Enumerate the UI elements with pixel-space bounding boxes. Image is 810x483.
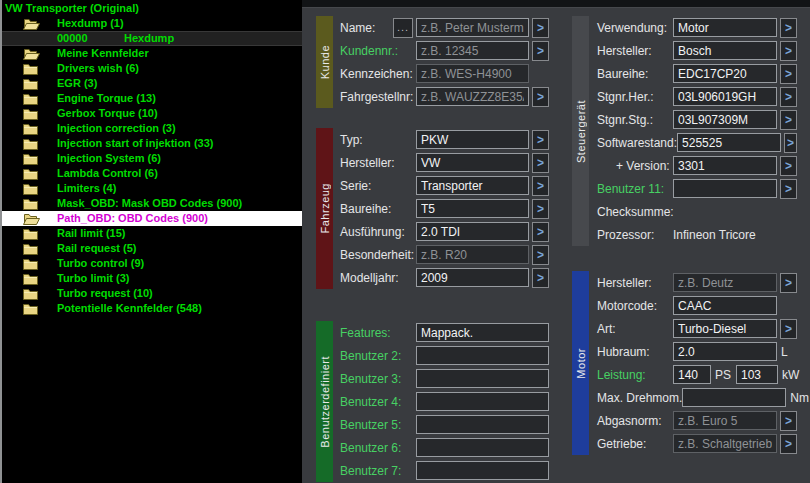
tree-item-injection-system[interactable]: Injection System (6) [2,151,302,166]
folder-closed-icon [23,258,57,270]
steuergeraet-stgnr-her-arrow-button[interactable]: > [780,87,797,107]
tree-item-injection-correction[interactable]: Injection correction (3) [2,121,302,136]
fahrzeug-baureihe-arrow-button[interactable]: > [532,199,549,219]
tree-item-turbo-request[interactable]: Turbo request (10) [2,286,302,301]
tree-item-limiters[interactable]: Limiters (4) [2,181,302,196]
motor-getriebe-input[interactable] [673,434,777,453]
section-motor-rows: Hersteller:>Motorcode:Art:>Hubraum:LLeis… [597,271,797,455]
fahrzeug-typ-input[interactable] [416,130,529,149]
fahrzeug-besonderheit-input[interactable] [416,245,529,264]
tree-item-rail-limit[interactable]: Rail limit (15) [2,226,302,241]
motor-drehmoment-input[interactable] [682,388,786,407]
motor-hersteller-arrow-button[interactable]: > [780,273,797,293]
benutzerdefiniert-benutzer2-input[interactable] [416,346,549,365]
tree-item-lambda-control[interactable]: Lambda Control (6) [2,166,302,181]
steuergeraet-baureihe-input[interactable] [673,64,777,83]
tree-item-mask-obd[interactable]: Mask_OBD: Mask OBD Codes (900) [2,196,302,211]
kunde-kennzeichen-input[interactable] [416,64,529,83]
steuergeraet-benutzer11-arrow-button[interactable]: > [780,179,797,199]
motor-getriebe-arrow-button[interactable]: > [780,434,797,454]
tree-item-meine-kennfelder[interactable]: Meine Kennfelder [2,46,302,61]
steuergeraet-softwarestand-arrow-button[interactable]: > [784,133,797,153]
kunde-fahrgestellnr-input[interactable] [416,87,529,106]
motor-leistung-input[interactable] [673,365,711,384]
fahrzeug-besonderheit-arrow-button[interactable]: > [532,245,549,265]
tree-item-potentielle-kennfelder[interactable]: Potentielle Kennfelder (548) [2,301,302,316]
steuergeraet-softwarestand-input[interactable] [677,133,781,152]
fahrzeug-hersteller-input[interactable] [416,153,529,172]
steuergeraet-stgnr-stg-arrow-button[interactable]: > [780,110,797,130]
section-steuergeraet: Steuergerät Verwendung:>Hersteller:>Baur… [572,16,797,246]
fahrzeug-modelljahr-input[interactable] [416,268,529,287]
fahrzeug-baureihe-input[interactable] [416,199,529,218]
tree-item-hexdump-entry[interactable]: 00000Hexdump [2,31,302,46]
benutzerdefiniert-benutzer7-input[interactable] [416,461,549,480]
benutzerdefiniert-benutzer4-label: Benutzer 4: [340,395,416,409]
steuergeraet-row-verwendung: Verwendung:> [597,16,797,39]
fahrzeug-modelljahr-arrow-button[interactable]: > [532,268,549,288]
fahrzeug-hersteller-arrow-button[interactable]: > [532,153,549,173]
steuergeraet-hersteller-input[interactable] [673,41,777,60]
steuergeraet-version-input[interactable] [673,156,777,175]
folder-open-icon [23,18,57,30]
motor-row-drehmoment: Max. Drehmom.Nm [597,386,797,409]
motor-art-input[interactable] [673,319,777,338]
motor-hersteller-input[interactable] [673,273,777,292]
steuergeraet-benutzer11-input[interactable] [673,179,777,198]
kunde-name-browse-button[interactable]: ... [393,18,413,38]
tree-item-rail-request[interactable]: Rail request (5) [2,241,302,256]
steuergeraet-version-arrow-button[interactable]: > [780,156,797,176]
fahrzeug-ausfuehrung-arrow-button[interactable]: > [532,222,549,242]
benutzerdefiniert-benutzer6-input[interactable] [416,438,549,457]
tree-item-drivers-wish[interactable]: Drivers wish (6) [2,61,302,76]
kunde-fahrgestellnr-arrow-button[interactable]: > [532,87,549,107]
tree-item-turbo-limit[interactable]: Turbo limit (3) [2,271,302,286]
kunde-kundennr-input[interactable] [416,41,529,60]
steuergeraet-row-version: + Version:> [597,154,797,177]
tree-item-path-obd[interactable]: Path_OBD: OBD Codes (900) [2,211,302,226]
kunde-name-input[interactable] [416,18,529,37]
motor-hubraum-input[interactable] [673,342,777,361]
steuergeraet-prozessor-label: Prozessor: [597,228,673,242]
steuergeraet-row-baureihe: Baureihe:> [597,62,797,85]
steuergeraet-stgnr-her-input[interactable] [673,87,777,106]
motor-motorcode-input[interactable] [673,296,777,315]
kunde-fahrgestellnr-label: Fahrgestellnr: [340,90,416,104]
steuergeraet-hersteller-arrow-button[interactable]: > [780,41,797,61]
steuergeraet-stgnr-stg-input[interactable] [673,110,777,129]
motor-art-arrow-button[interactable]: > [780,319,797,339]
steuergeraet-baureihe-arrow-button[interactable]: > [780,64,797,84]
tree-item-gerbox-torque[interactable]: Gerbox Torque (10) [2,106,302,121]
kunde-name-arrow-button[interactable]: > [532,18,549,38]
tree-item-hexdump[interactable]: Hexdump (1) [2,16,302,31]
tree-root-project[interactable]: VW Transporter (Original) [2,1,302,16]
fahrzeug-serie-input[interactable] [416,176,529,195]
steuergeraet-row-softwarestand: Softwarestand:> [597,131,797,154]
section-kunde-title: Kunde [319,45,331,79]
benutzerdefiniert-features-label: Features: [340,326,416,340]
kunde-row-fahrgestellnr: Fahrgestellnr:> [340,85,549,108]
fahrzeug-modelljahr-label: Modelljahr: [340,271,416,285]
steuergeraet-verwendung-input[interactable] [673,18,777,37]
tree-item-turbo-control[interactable]: Turbo control (9) [2,256,302,271]
benutzerdefiniert-benutzer3-input[interactable] [416,369,549,388]
folder-closed-icon [23,303,57,315]
folder-closed-icon [23,78,57,90]
benutzerdefiniert-benutzer5-input[interactable] [416,415,549,434]
benutzerdefiniert-features-input[interactable] [416,323,549,342]
motor-abgasnorm-arrow-button[interactable]: > [780,411,797,431]
motor-leistung-kw-input[interactable] [736,365,778,384]
fahrzeug-serie-arrow-button[interactable]: > [532,176,549,196]
tree-root-label: VW Transporter (Original) [5,1,139,16]
fahrzeug-ausfuehrung-input[interactable] [416,222,529,241]
kunde-kundennr-arrow-button[interactable]: > [532,41,549,61]
tree-item-engine-torque[interactable]: Engine Torque (13) [2,91,302,106]
tree-item-injection-start[interactable]: Injection start of injektion (33) [2,136,302,151]
tree-item-label: Injection start of injektion (33) [57,136,213,151]
tree-item-egr[interactable]: EGR (3) [2,76,302,91]
fahrzeug-typ-arrow-button[interactable]: > [532,130,549,150]
motor-drehmoment-label: Max. Drehmom. [597,391,682,405]
motor-abgasnorm-input[interactable] [673,411,777,430]
steuergeraet-verwendung-arrow-button[interactable]: > [780,18,797,38]
benutzerdefiniert-benutzer4-input[interactable] [416,392,549,411]
